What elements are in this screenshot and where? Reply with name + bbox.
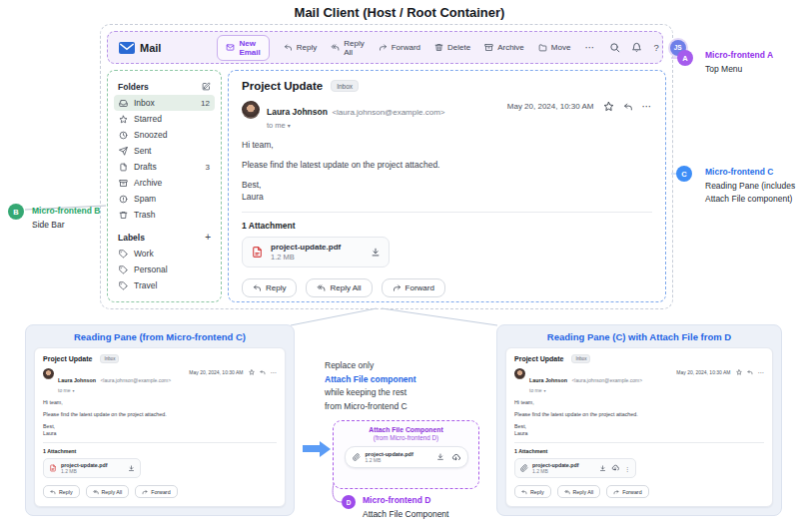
reply-all-action-button[interactable]: Reply All xyxy=(86,485,130,498)
attachment-size: 1.2 MB xyxy=(61,468,108,474)
reply-icon xyxy=(284,43,293,52)
reply-icon[interactable] xyxy=(260,369,266,375)
replace-arrow-icon xyxy=(303,445,320,452)
clock-icon xyxy=(119,131,128,140)
archive-button[interactable]: Archive xyxy=(484,43,524,52)
reply-icon[interactable] xyxy=(747,369,753,375)
to-me-toggle[interactable]: to me ▾ xyxy=(529,387,642,393)
email-body-line: Best, xyxy=(514,423,764,429)
compose-icon[interactable] xyxy=(202,82,211,91)
download-icon[interactable] xyxy=(436,453,444,461)
reply-icon[interactable] xyxy=(623,102,633,112)
sidebar-label-work[interactable]: Work xyxy=(114,246,215,262)
reading-pane: Project Update Inbox Laura Johnson <laur… xyxy=(228,70,666,302)
reply-all-action-button[interactable]: Reply All xyxy=(557,485,601,498)
sidebar-item-spam[interactable]: Spam xyxy=(114,191,215,207)
new-email-button[interactable]: New Email xyxy=(217,35,269,61)
star-icon[interactable] xyxy=(736,369,742,375)
sidebar-item-drafts[interactable]: Drafts 3 xyxy=(114,159,215,175)
attachment-card[interactable]: project-update.pdf 1.2 MB xyxy=(242,237,390,267)
reply-button[interactable]: Reply xyxy=(284,43,317,52)
sidebar-item-label: Sent xyxy=(134,146,152,156)
forward-button[interactable]: Forward xyxy=(379,43,420,52)
file-icon xyxy=(119,163,128,172)
forward-action-button[interactable]: Forward xyxy=(382,278,445,297)
star-icon[interactable] xyxy=(249,369,255,375)
add-label-button[interactable]: + xyxy=(205,232,211,243)
sidebar-item-trash[interactable]: Trash xyxy=(114,207,215,223)
sidebar-item-label: Inbox xyxy=(134,98,155,108)
reply-all-action-button[interactable]: Reply All xyxy=(306,278,372,297)
sidebar-label-text: Personal xyxy=(134,265,168,274)
email-subject: Project Update xyxy=(43,355,92,362)
more-options-button[interactable]: ⋯ xyxy=(758,368,765,375)
page-title: Mail Client (Host / Root Container) xyxy=(0,5,799,20)
email-body-line: Hi team, xyxy=(514,399,764,405)
folders-header-label: Folders xyxy=(118,82,149,92)
trash-icon xyxy=(119,211,128,220)
reply-all-action-label: Reply All xyxy=(102,489,123,495)
annotation-badge-d: D xyxy=(342,495,356,509)
chevron-down-icon: ▾ xyxy=(288,122,291,129)
annotation-d-title: Micro-frontend D xyxy=(363,495,430,505)
annotation-badge-b: B xyxy=(8,204,24,220)
reply-all-icon xyxy=(564,489,570,495)
bell-icon[interactable] xyxy=(631,42,642,53)
forward-action-label: Forward xyxy=(622,489,641,495)
delete-button[interactable]: Delete xyxy=(434,43,470,52)
more-options-button[interactable]: ⋯ xyxy=(642,101,653,112)
sidebar-item-snoozed[interactable]: Snoozed xyxy=(114,127,215,143)
sidebar-item-sent[interactable]: Sent xyxy=(114,143,215,159)
forward-action-label: Forward xyxy=(151,489,170,495)
reply-action-button[interactable]: Reply xyxy=(43,485,80,498)
star-icon[interactable] xyxy=(603,101,614,112)
sidebar-label-travel[interactable]: Travel xyxy=(114,277,215,293)
alert-icon xyxy=(119,195,128,204)
attachment-card[interactable]: project-update.pdf 1.2 MB xyxy=(345,446,468,468)
to-line-label: to me xyxy=(267,121,286,130)
reply-action-button[interactable]: Reply xyxy=(242,278,297,297)
attachment-name: project-update.pdf xyxy=(271,243,341,252)
divider xyxy=(43,442,277,443)
cloud-download-icon[interactable] xyxy=(451,453,460,462)
more-options-button[interactable]: ⋯ xyxy=(271,368,278,375)
download-icon[interactable] xyxy=(371,248,381,258)
reply-all-button[interactable]: Reply All xyxy=(331,39,364,57)
cloud-download-icon[interactable] xyxy=(611,464,619,472)
panel-reading-pane-c: Reading Pane (from Micro-frontend C) Pro… xyxy=(25,324,295,516)
attachment-card[interactable]: project-update.pdf 1.2 MB xyxy=(43,458,141,478)
sidebar-item-archive[interactable]: Archive xyxy=(114,175,215,191)
forward-icon xyxy=(613,489,619,495)
attachment-card[interactable]: project-update.pdf 1.2 MB ⋮ xyxy=(514,458,636,478)
inbox-badge: Inbox xyxy=(100,354,119,363)
annotation-b-title: Micro-frontend B xyxy=(32,206,100,216)
email-body-line: Hi team, xyxy=(43,399,277,405)
forward-action-button[interactable]: Forward xyxy=(606,485,648,498)
sender-avatar xyxy=(242,101,260,119)
new-email-label: New Email xyxy=(239,39,260,57)
attachment-size: 1.2 MB xyxy=(271,253,341,262)
sidebar-item-starred[interactable]: Starred xyxy=(114,111,215,127)
sidebar-item-inbox[interactable]: Inbox 12 xyxy=(114,95,215,111)
download-icon[interactable] xyxy=(599,465,606,472)
download-icon[interactable] xyxy=(128,465,135,472)
sidebar-label-text: Travel xyxy=(134,280,157,290)
tag-icon xyxy=(119,266,128,274)
chevron-down-icon: ▾ xyxy=(73,388,75,393)
to-me-toggle[interactable]: to me ▾ xyxy=(267,121,444,130)
help-button[interactable]: ? xyxy=(653,42,658,53)
attachments-header: 1 Attachment xyxy=(514,448,764,454)
to-me-toggle[interactable]: to me ▾ xyxy=(58,387,171,393)
sidebar-label-personal[interactable]: Personal xyxy=(114,262,215,277)
more-actions-button[interactable]: ⋯ xyxy=(584,42,595,53)
sidebar-label-text: Work xyxy=(134,249,154,259)
email-subject: Project Update xyxy=(514,355,563,362)
annotation-b-subtitle: Side Bar xyxy=(32,219,65,232)
more-options-button[interactable]: ⋮ xyxy=(624,465,630,472)
sender-email: <laura.johnson@example.com> xyxy=(100,377,171,383)
move-button[interactable]: Move xyxy=(538,43,571,52)
forward-action-button[interactable]: Forward xyxy=(135,485,177,498)
reply-icon xyxy=(521,489,527,495)
search-icon[interactable] xyxy=(609,42,620,53)
reply-action-button[interactable]: Reply xyxy=(514,485,551,498)
